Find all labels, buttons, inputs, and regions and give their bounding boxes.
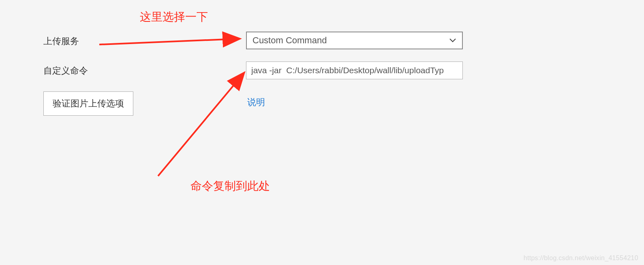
chevron-down-icon <box>449 37 456 44</box>
custom-command-label: 自定义命令 <box>43 65 88 77</box>
upload-service-label: 上传服务 <box>43 35 79 47</box>
annotation-copy-command-here: 命令复制到此处 <box>190 178 270 194</box>
description-link[interactable]: 说明 <box>247 96 265 108</box>
watermark-text: https://blog.csdn.net/weixin_41554210 <box>524 254 638 262</box>
arrow-to-select-icon <box>97 24 245 49</box>
verify-upload-button[interactable]: 验证图片上传选项 <box>43 91 133 116</box>
svg-line-1 <box>99 39 237 45</box>
select-value-text: Custom Command <box>252 35 449 46</box>
custom-command-input[interactable] <box>251 66 458 75</box>
svg-line-3 <box>158 75 242 176</box>
annotation-select-here: 这里选择一下 <box>140 9 208 25</box>
upload-service-select[interactable]: Custom Command <box>246 32 463 49</box>
custom-command-input-wrapper <box>246 61 463 79</box>
settings-panel: 这里选择一下 上传服务 Custom Command 自定义命令 验证图片上传选… <box>0 0 644 265</box>
arrow-to-input-icon <box>154 71 247 180</box>
